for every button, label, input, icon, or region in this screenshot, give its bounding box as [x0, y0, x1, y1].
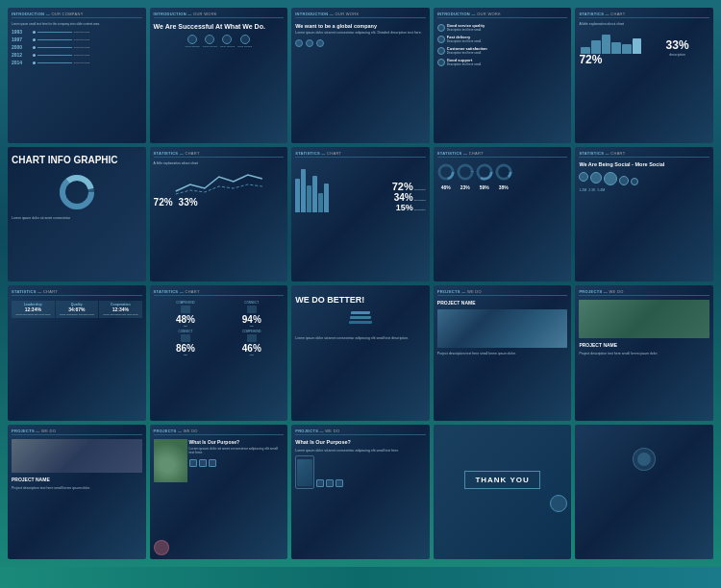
service-label-3: Good Service	[220, 45, 235, 48]
bar-v3	[602, 35, 611, 54]
we-do-better-desc: Lorem ipsum dolor sit amet consectetur a…	[295, 336, 426, 341]
service-circle-1	[187, 35, 197, 44]
purpose-content-1: What Is Our Purpose? Lorem ipsum dolor s…	[189, 439, 285, 482]
timeline-dot	[33, 54, 36, 57]
slide-title-intro1: INTRODUCTION — Our Company	[12, 12, 142, 18]
timeline-text: Small text here	[74, 31, 142, 34]
connect-label-2: CONNECT	[219, 301, 284, 305]
service-circle-2	[205, 35, 214, 44]
timeline-dot	[33, 38, 36, 41]
thank-you-box: THANK YOU	[464, 471, 539, 489]
p-icon-c	[336, 479, 343, 487]
service-item-3: Good Service	[220, 35, 235, 48]
service-circle-3	[222, 35, 232, 44]
timeline-text: Small text here	[74, 54, 142, 57]
connect-pct-4: 46%	[219, 343, 284, 354]
purpose-desc-2: Lorem ipsum dolor sit amet consectetur a…	[295, 449, 426, 453]
leadership-col-1: Leadership 12:34% Some description text …	[12, 301, 55, 318]
connect-icon-2	[247, 306, 257, 313]
bar-section-1: 72%	[579, 30, 643, 65]
slide-stats-vbar: STATISTICS — Chart 72% description 34% d…	[291, 147, 430, 282]
slide-stats-social: STATISTICS — Chart We Are Being Social -…	[575, 147, 713, 282]
feature-icon-circle-4	[437, 59, 445, 66]
stat-33: 33%	[645, 39, 709, 51]
social-icon-1	[579, 172, 588, 182]
feature-icon-circle-1	[437, 24, 445, 32]
timeline-item-1997: 1997 Small text here	[12, 37, 142, 42]
service-label-2: Good Service	[203, 45, 217, 48]
slide-title-pie: STATISTICS — Chart	[437, 151, 568, 158]
layer-3	[349, 321, 373, 324]
stat-34-desc: description	[414, 199, 426, 202]
feature-icons	[295, 39, 426, 47]
leadership-table: Leadership 12:34% Some description text …	[12, 301, 142, 318]
phone-screen	[297, 459, 312, 486]
purpose-icons-2	[316, 479, 343, 487]
timeline-dot	[33, 31, 36, 34]
connect-item-1: COMPEHEND 48% text	[154, 301, 218, 328]
feature-row-3: Customer satisfaction Description text h…	[437, 46, 568, 55]
feature-list: Good service quality Description text he…	[437, 23, 568, 66]
slide-title-leadership: STATISTICS — Chart	[12, 289, 142, 296]
chart-description: Lorem ipsum dolor sit amet consectetur	[12, 216, 142, 221]
leadership-desc-2: Some description text here small	[58, 313, 97, 316]
leadership-col-3: Cooperation 12:34% Some description text…	[99, 301, 142, 318]
slide-title-purpose1: PROJECTS — WE DO	[154, 429, 285, 435]
timeline-year-1997: 1997	[12, 37, 31, 42]
service-item-1: Good Service	[186, 35, 200, 48]
pie-pct-4: 38%	[495, 184, 512, 190]
intro-content: Lorem ipsum small text here for the comp…	[12, 22, 142, 26]
service-circle-4	[240, 35, 250, 44]
vbars-group	[295, 164, 388, 212]
slide-stats-line: STATISTICS — Chart A little explanation …	[150, 147, 288, 282]
stat-72-desc: description	[414, 188, 426, 191]
slide-stats-pie: STATISTICS — Chart 46% 23%	[434, 147, 572, 282]
timeline-item-1993: 1993 Small text here	[12, 29, 142, 35]
slide-chart-info: CHART InFO GraPHIC Lorem ipsum dolor sit…	[8, 147, 146, 282]
purpose-layout-1: What Is Our Purpose? Lorem ipsum dolor s…	[154, 439, 285, 482]
connect-icon-1	[181, 306, 190, 313]
bar-v5	[622, 44, 632, 54]
feature-text-3: Customer satisfaction Description text h…	[447, 46, 487, 55]
purpose-icon-b	[199, 459, 207, 467]
timeline-text: Small text here	[74, 46, 142, 49]
timeline-line	[37, 32, 72, 33]
timeline-dot	[33, 46, 36, 49]
blank-logo-circle	[633, 448, 656, 471]
stat-15-right: 15% description	[396, 204, 426, 212]
slide-grid: INTRODUCTION — Our Company Lorem ipsum s…	[0, 0, 721, 567]
leadership-val-2: 34:67%	[58, 306, 97, 312]
project-desc-2: Project description text here small lore…	[579, 352, 709, 356]
slide-title-stats1: STATISTICS — Chart	[579, 12, 709, 18]
connect-pct-2: 94%	[219, 314, 284, 325]
slide-title-project2: PROJECTS — WE DO	[579, 289, 709, 296]
chart-note-1: A little explanation about chart	[579, 22, 709, 26]
feature-icon-3	[316, 39, 324, 47]
project-name-1: PROJECT NAME	[437, 300, 568, 306]
feature-desc-3: Description text here small.	[447, 51, 487, 55]
connect-grid: COMPEHEND 48% text CONNECT 94% text CONN…	[154, 301, 285, 356]
slide-stats-leadership: STATISTICS — Chart Leadership 12:34% Som…	[8, 285, 146, 421]
connect-desc-1: text	[154, 325, 218, 328]
feature-row-2: Fast delivery Description text here smal…	[437, 35, 568, 43]
pie-item-23: 23%	[457, 163, 474, 190]
social-icons-row	[579, 172, 709, 185]
stat-33-line: 33%	[179, 198, 198, 208]
social-icon-5	[631, 178, 638, 185]
stat-72: 72%	[579, 54, 643, 65]
slide-title-intro2: INTRODUCTION — Our Work	[154, 12, 285, 18]
service-item-4: Good Service	[237, 35, 252, 48]
vbar-g1	[295, 179, 300, 212]
connect-desc-4: text	[219, 354, 284, 356]
svg-point-5	[459, 164, 472, 178]
slide-intro-global: INTRODUCTION — Our Work We want to be a …	[291, 8, 430, 143]
vbar-g5	[318, 193, 323, 212]
project-desc-3: Project description text here small lore…	[12, 486, 142, 491]
connect-desc-3: text	[154, 354, 218, 356]
social-icon-3	[604, 172, 617, 185]
connect-icon-4	[247, 334, 257, 342]
leadership-val-1: 12:34%	[13, 306, 53, 312]
stat-percentages-right: 72% description 34% description 15% desc…	[389, 182, 426, 212]
connect-item-4: COMPEHEND 46% text	[219, 330, 284, 356]
bar-v4	[611, 42, 621, 55]
